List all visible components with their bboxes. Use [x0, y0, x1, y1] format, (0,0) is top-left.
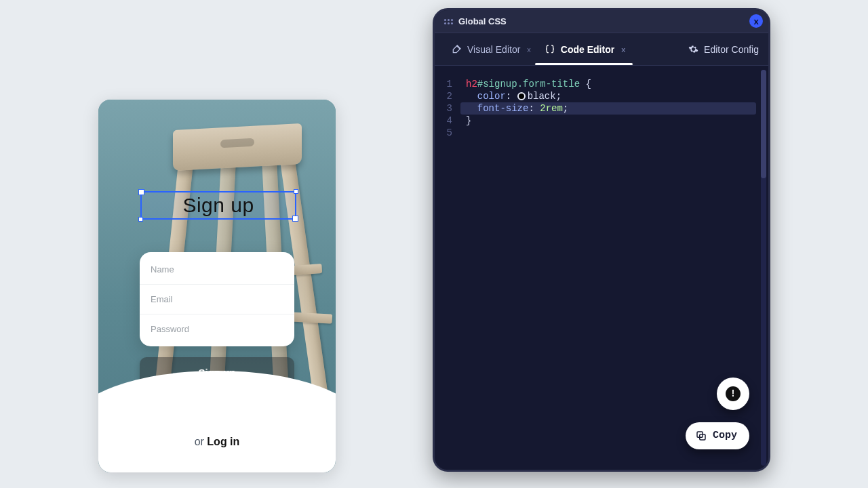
footer-prefix: or	[195, 436, 208, 447]
tab-visual-editor[interactable]: Visual Editor x	[444, 33, 538, 65]
alert-fab[interactable]: !	[717, 378, 749, 410]
signup-heading[interactable]: Sign up	[182, 194, 254, 217]
scrollbar-track[interactable]	[761, 70, 766, 466]
code-line-1[interactable]: h2#signup.form-title {	[466, 78, 756, 90]
password-field[interactable]: Password	[140, 314, 294, 344]
code-line-5[interactable]	[466, 127, 756, 139]
name-field[interactable]: Name	[140, 255, 294, 285]
signup-form-card: Name Email Password	[140, 252, 294, 346]
css-editor-panel: Global CSS x Visual Editor x Code Editor…	[433, 8, 770, 472]
selected-element-outline[interactable]: Sign up	[140, 191, 296, 220]
preview-footer: or Log in	[98, 398, 336, 472]
tab-visual-label: Visual Editor	[467, 44, 520, 55]
color-swatch-icon[interactable]	[517, 92, 526, 100]
copy-button[interactable]: Copy	[686, 422, 749, 449]
code-line-3[interactable]: font-size: 2rem;	[460, 102, 756, 115]
scrollbar-thumb[interactable]	[761, 70, 766, 178]
braces-icon	[545, 44, 555, 55]
code-content[interactable]: h2#signup.form-title { color: black; fon…	[466, 78, 756, 139]
mobile-preview: Sign up Name Email Password Sign up or L…	[98, 100, 336, 472]
footer-text: or Log in	[98, 436, 336, 448]
drag-handle-icon[interactable]	[444, 19, 453, 24]
copy-label: Copy	[713, 430, 737, 442]
brush-icon	[451, 44, 462, 55]
editor-config-button[interactable]: Editor Config	[688, 44, 759, 55]
tab-close-visual[interactable]: x	[527, 45, 531, 54]
tab-code-label: Code Editor	[561, 44, 614, 55]
line-number-gutter: 1 2 3 4 5	[435, 78, 458, 139]
code-line-4[interactable]: }	[466, 115, 756, 127]
gear-icon	[688, 44, 698, 54]
copy-icon	[695, 430, 707, 442]
login-link[interactable]: Log in	[207, 436, 239, 447]
exclamation-icon: !	[726, 386, 741, 401]
tab-close-code[interactable]: x	[621, 45, 625, 54]
panel-close-button[interactable]: x	[749, 14, 763, 28]
panel-title-text: Global CSS	[458, 16, 507, 26]
editor-config-label: Editor Config	[704, 44, 759, 55]
panel-titlebar[interactable]: Global CSS x	[435, 10, 768, 33]
tab-code-editor[interactable]: Code Editor x	[538, 33, 632, 65]
editor-tabs: Visual Editor x Code Editor x Editor Con…	[435, 33, 768, 66]
code-line-2[interactable]: color: black;	[466, 90, 756, 102]
code-editor-area[interactable]: 1 2 3 4 5 h2#signup.form-title { color: …	[435, 66, 768, 470]
email-field[interactable]: Email	[140, 285, 294, 314]
